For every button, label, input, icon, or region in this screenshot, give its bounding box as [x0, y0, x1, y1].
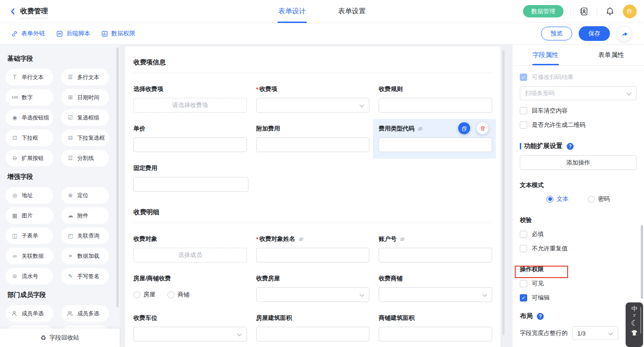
- bell-icon[interactable]: [604, 6, 616, 17]
- tab-field-properties[interactable]: 字段属性: [512, 45, 578, 65]
- radio-text[interactable]: 文本: [546, 195, 569, 203]
- field-select[interactable]: [256, 287, 370, 302]
- form-field[interactable]: *收费项: [256, 85, 370, 113]
- field-placeholder-input[interactable]: 请选择收费项: [133, 98, 247, 113]
- sidebar-item[interactable]: 123数字: [6, 89, 53, 106]
- form-field[interactable]: 商铺建筑面积: [379, 314, 492, 341]
- sidebar-item[interactable]: ⊡下拉框: [6, 130, 53, 146]
- checkbox-modifiable-scan-result[interactable]: [520, 74, 527, 81]
- field-input[interactable]: [379, 248, 492, 262]
- field-input[interactable]: [379, 98, 492, 113]
- required-asterisk: *: [256, 86, 259, 93]
- radio-option[interactable]: 商铺: [167, 290, 190, 299]
- contacts-icon[interactable]: [578, 6, 590, 17]
- sidebar-item[interactable]: ▦图片: [6, 207, 53, 224]
- form-field[interactable]: 收费对象选择成员: [133, 235, 247, 262]
- sidebar-item[interactable]: ☑复选框组: [61, 109, 109, 126]
- form-field[interactable]: 房屋建筑面积: [256, 314, 370, 341]
- divider: [597, 7, 597, 16]
- form-external-link[interactable]: 表单外链: [11, 29, 45, 38]
- sidebar-item[interactable]: ⊕定位: [61, 187, 109, 204]
- field-recycle-bin[interactable]: ♻ 字段回收站: [0, 329, 120, 347]
- sidebar-item[interactable]: ✎手写签名: [61, 268, 109, 284]
- delete-field-button[interactable]: [477, 122, 489, 134]
- data-manage-button[interactable]: 数据管理: [523, 5, 564, 17]
- sidebar-item[interactable]: ⊟下拉复选框: [61, 130, 109, 146]
- sidebar-section-title: 增强字段: [7, 173, 114, 181]
- sidebar-item[interactable]: 成员多选: [61, 305, 109, 322]
- sidebar-item[interactable]: ◰关联查询: [61, 228, 109, 244]
- field-input[interactable]: [256, 137, 370, 152]
- checkbox-editable[interactable]: [520, 294, 527, 301]
- form-field[interactable]: 选择收费项请选择收费项: [133, 85, 247, 113]
- field-select[interactable]: [256, 98, 370, 113]
- save-button[interactable]: 保存: [579, 26, 610, 41]
- field-placeholder-input[interactable]: 选择成员: [133, 248, 247, 262]
- sidebar-item[interactable]: ◫子表单: [6, 228, 53, 244]
- theme-shirt-icon[interactable]: [631, 330, 638, 336]
- sidebar-item[interactable]: ☰多行文本: [61, 69, 109, 85]
- sidebar-scrollbar[interactable]: [116, 47, 119, 307]
- checkbox-visible[interactable]: [520, 280, 527, 287]
- help-icon[interactable]: ?: [537, 313, 544, 320]
- field-input[interactable]: [133, 137, 247, 152]
- field-select[interactable]: [133, 327, 247, 341]
- form-field[interactable]: 收费规则: [379, 85, 492, 113]
- panel-scrollbar[interactable]: [641, 225, 643, 299]
- data-load-icon: ılı: [67, 254, 74, 258]
- section-divider: [133, 73, 492, 73]
- share-button[interactable]: [616, 26, 632, 41]
- audio-icon[interactable]: ɔ': [633, 313, 636, 318]
- radio-password[interactable]: 密码: [588, 195, 610, 203]
- sidebar-item[interactable]: ⊜流水号: [6, 268, 53, 284]
- field-input[interactable]: [256, 327, 370, 341]
- sidebar-item[interactable]: ☲分割线: [61, 150, 109, 166]
- form-field[interactable]: 收费车位: [133, 314, 247, 341]
- form-field[interactable]: 房屋/商铺收费房屋商铺: [133, 274, 247, 302]
- sidebar-item[interactable]: ☁附件: [61, 207, 109, 224]
- sidebar-item[interactable]: ⊖扩展按钮: [6, 150, 53, 166]
- copy-field-button[interactable]: [458, 122, 470, 134]
- field-input[interactable]: [133, 177, 248, 192]
- field-width-select[interactable]: 1/3: [572, 326, 618, 340]
- form-field[interactable]: 费用类型代码: [379, 125, 492, 152]
- form-field[interactable]: 单价: [133, 125, 247, 152]
- checkbox-allow-qrcode[interactable]: [520, 121, 527, 129]
- back-icon[interactable]: [7, 6, 18, 17]
- checkbox-no-duplicate[interactable]: [520, 245, 527, 252]
- form-field[interactable]: 附加费用: [256, 125, 370, 152]
- sidebar-item[interactable]: T单行文本: [6, 69, 53, 85]
- night-mode-icon[interactable]: ☾: [631, 319, 638, 328]
- sidebar-item[interactable]: ◉单选按钮组: [6, 109, 53, 126]
- field-input[interactable]: [379, 327, 492, 341]
- form-field[interactable]: 收费商铺: [379, 274, 492, 302]
- tab-form-design[interactable]: 表单设计: [278, 0, 306, 23]
- sidebar-item[interactable]: ılı数据加载: [61, 248, 109, 264]
- help-icon[interactable]: ?: [567, 143, 574, 150]
- sidebar-item[interactable]: ⊞日期时间: [61, 89, 109, 106]
- checkbox-required[interactable]: [520, 231, 527, 238]
- add-operation-button[interactable]: 添加操作: [520, 155, 637, 170]
- form-field[interactable]: 收费房屋: [256, 274, 370, 302]
- field-input[interactable]: [379, 137, 492, 152]
- form-field[interactable]: 固定费用: [133, 164, 248, 192]
- sidebar-item[interactable]: ∞关联数据: [6, 248, 53, 264]
- preview-button[interactable]: 预览: [541, 27, 572, 40]
- backend-script-link[interactable]: 后端脚本: [56, 29, 90, 38]
- field-input[interactable]: [256, 248, 370, 262]
- tab-form-settings[interactable]: 表单设置: [338, 0, 366, 23]
- scan-type-select[interactable]: 扫描条形码: [520, 86, 637, 100]
- avatar[interactable]: 作: [623, 5, 637, 18]
- hidden-eye-icon: [399, 236, 405, 242]
- field-select[interactable]: [379, 287, 492, 302]
- sidebar-item[interactable]: 成员单选: [6, 305, 53, 322]
- form-field[interactable]: 账户号: [379, 235, 492, 262]
- checkbox-enter-clear[interactable]: [520, 107, 527, 114]
- canvas-scrollbar[interactable]: [502, 50, 505, 335]
- radio-option[interactable]: 房屋: [133, 290, 155, 299]
- tab-form-properties[interactable]: 表单属性: [578, 45, 644, 65]
- lang-zh-icon[interactable]: 中: [632, 306, 638, 312]
- form-field[interactable]: *收费对象姓名: [256, 235, 370, 262]
- data-permission-link[interactable]: 数据权限: [101, 29, 135, 38]
- sidebar-item[interactable]: ◎地址: [6, 187, 53, 204]
